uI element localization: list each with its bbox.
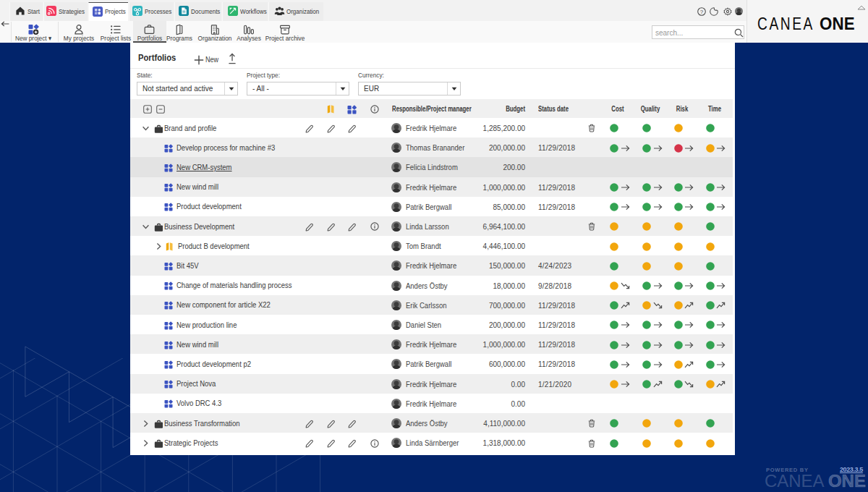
svg-text:?: ?: [700, 8, 704, 14]
